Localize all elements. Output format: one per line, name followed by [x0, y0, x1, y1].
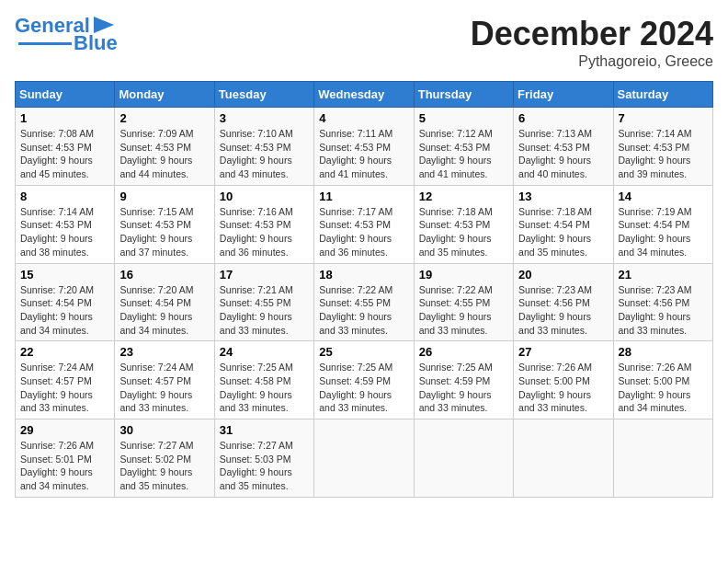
calendar-day-cell: 6Sunrise: 7:13 AM Sunset: 4:53 PM Daylig… — [514, 108, 613, 186]
weekday-header-wednesday: Wednesday — [314, 82, 414, 108]
calendar-day-cell: 28Sunrise: 7:26 AM Sunset: 5:00 PM Dayli… — [613, 341, 712, 419]
calendar-day-cell: 17Sunrise: 7:21 AM Sunset: 4:55 PM Dayli… — [214, 263, 313, 341]
day-info: Sunrise: 7:26 AM Sunset: 5:00 PM Dayligh… — [619, 361, 708, 415]
day-info: Sunrise: 7:14 AM Sunset: 4:53 PM Dayligh… — [20, 205, 109, 259]
weekday-header-row: SundayMondayTuesdayWednesdayThursdayFrid… — [16, 82, 713, 108]
day-number: 25 — [319, 345, 408, 359]
calendar-day-cell: 24Sunrise: 7:25 AM Sunset: 4:58 PM Dayli… — [214, 341, 313, 419]
day-number: 7 — [619, 111, 708, 125]
day-info: Sunrise: 7:22 AM Sunset: 4:55 PM Dayligh… — [419, 283, 508, 338]
day-info: Sunrise: 7:26 AM Sunset: 5:00 PM Dayligh… — [518, 361, 608, 415]
day-info: Sunrise: 7:17 AM Sunset: 4:53 PM Dayligh… — [319, 205, 408, 259]
day-info: Sunrise: 7:23 AM Sunset: 4:56 PM Dayligh… — [619, 283, 708, 338]
day-info: Sunrise: 7:24 AM Sunset: 4:57 PM Dayligh… — [20, 361, 109, 415]
calendar-day-cell: 15Sunrise: 7:20 AM Sunset: 4:54 PM Dayli… — [16, 263, 115, 341]
day-number: 21 — [619, 268, 708, 282]
calendar-day-cell: 22Sunrise: 7:24 AM Sunset: 4:57 PM Dayli… — [16, 341, 115, 419]
day-number: 17 — [220, 268, 309, 282]
day-info: Sunrise: 7:08 AM Sunset: 4:53 PM Dayligh… — [20, 127, 109, 181]
day-info: Sunrise: 7:25 AM Sunset: 4:59 PM Dayligh… — [319, 361, 408, 415]
calendar-day-cell: 16Sunrise: 7:20 AM Sunset: 4:54 PM Dayli… — [115, 263, 214, 341]
day-info: Sunrise: 7:20 AM Sunset: 4:54 PM Dayligh… — [119, 283, 209, 338]
calendar-day-cell: 25Sunrise: 7:25 AM Sunset: 4:59 PM Dayli… — [314, 341, 414, 419]
day-info: Sunrise: 7:10 AM Sunset: 4:53 PM Dayligh… — [220, 127, 309, 181]
day-number: 12 — [419, 190, 508, 203]
calendar-day-cell: 7Sunrise: 7:14 AM Sunset: 4:53 PM Daylig… — [613, 108, 712, 186]
empty-cell — [414, 419, 513, 498]
calendar-day-cell: 4Sunrise: 7:11 AM Sunset: 4:53 PM Daylig… — [314, 108, 414, 186]
day-info: Sunrise: 7:20 AM Sunset: 4:54 PM Dayligh… — [20, 283, 109, 338]
day-number: 22 — [20, 345, 109, 359]
day-info: Sunrise: 7:14 AM Sunset: 4:53 PM Dayligh… — [619, 127, 708, 181]
calendar-day-cell: 26Sunrise: 7:25 AM Sunset: 4:59 PM Dayli… — [414, 341, 513, 419]
month-title: December 2024 — [471, 15, 713, 53]
calendar-week-row: 1Sunrise: 7:08 AM Sunset: 4:53 PM Daylig… — [16, 108, 713, 186]
calendar-day-cell: 14Sunrise: 7:19 AM Sunset: 4:54 PM Dayli… — [613, 185, 712, 263]
empty-cell — [514, 419, 613, 498]
day-info: Sunrise: 7:16 AM Sunset: 4:53 PM Dayligh… — [220, 205, 309, 259]
day-number: 10 — [220, 190, 309, 203]
day-number: 14 — [619, 190, 708, 203]
calendar-day-cell: 21Sunrise: 7:23 AM Sunset: 4:56 PM Dayli… — [613, 263, 712, 341]
calendar-day-cell: 5Sunrise: 7:12 AM Sunset: 4:53 PM Daylig… — [414, 108, 513, 186]
day-info: Sunrise: 7:27 AM Sunset: 5:03 PM Dayligh… — [220, 439, 309, 493]
calendar-day-cell: 13Sunrise: 7:18 AM Sunset: 4:54 PM Dayli… — [514, 185, 613, 263]
day-info: Sunrise: 7:18 AM Sunset: 4:53 PM Dayligh… — [419, 205, 508, 259]
day-number: 19 — [419, 268, 508, 282]
calendar-day-cell: 23Sunrise: 7:24 AM Sunset: 4:57 PM Dayli… — [115, 341, 214, 419]
location: Pythagoreio, Greece — [471, 53, 713, 70]
calendar-day-cell: 29Sunrise: 7:26 AM Sunset: 5:01 PM Dayli… — [16, 419, 115, 498]
day-info: Sunrise: 7:24 AM Sunset: 4:57 PM Dayligh… — [119, 361, 209, 415]
day-number: 13 — [518, 190, 608, 203]
day-info: Sunrise: 7:26 AM Sunset: 5:01 PM Dayligh… — [20, 439, 109, 493]
calendar-day-cell: 19Sunrise: 7:22 AM Sunset: 4:55 PM Dayli… — [414, 263, 513, 341]
day-info: Sunrise: 7:09 AM Sunset: 4:53 PM Dayligh… — [119, 127, 209, 181]
day-number: 8 — [20, 190, 109, 203]
day-info: Sunrise: 7:12 AM Sunset: 4:53 PM Dayligh… — [419, 127, 508, 181]
day-number: 6 — [518, 111, 608, 125]
day-info: Sunrise: 7:18 AM Sunset: 4:54 PM Dayligh… — [518, 205, 608, 259]
calendar-week-row: 29Sunrise: 7:26 AM Sunset: 5:01 PM Dayli… — [16, 419, 713, 498]
day-number: 18 — [319, 268, 408, 282]
calendar-week-row: 8Sunrise: 7:14 AM Sunset: 4:53 PM Daylig… — [16, 185, 713, 263]
title-area: December 2024 Pythagoreio, Greece — [471, 15, 713, 70]
calendar-day-cell: 8Sunrise: 7:14 AM Sunset: 4:53 PM Daylig… — [16, 185, 115, 263]
day-number: 26 — [419, 345, 508, 359]
calendar-day-cell: 3Sunrise: 7:10 AM Sunset: 4:53 PM Daylig… — [214, 108, 313, 186]
calendar-table: SundayMondayTuesdayWednesdayThursdayFrid… — [15, 81, 713, 498]
day-info: Sunrise: 7:11 AM Sunset: 4:53 PM Dayligh… — [319, 127, 408, 181]
day-number: 15 — [20, 268, 109, 282]
calendar-day-cell: 12Sunrise: 7:18 AM Sunset: 4:53 PM Dayli… — [414, 185, 513, 263]
logo-text2: Blue — [74, 33, 118, 53]
day-number: 5 — [419, 111, 508, 125]
day-number: 16 — [119, 268, 209, 282]
day-number: 27 — [518, 345, 608, 359]
weekday-header-saturday: Saturday — [613, 82, 712, 108]
calendar-day-cell: 31Sunrise: 7:27 AM Sunset: 5:03 PM Dayli… — [214, 419, 313, 498]
calendar-day-cell: 1Sunrise: 7:08 AM Sunset: 4:53 PM Daylig… — [16, 108, 115, 186]
day-info: Sunrise: 7:23 AM Sunset: 4:56 PM Dayligh… — [518, 283, 608, 338]
calendar-week-row: 15Sunrise: 7:20 AM Sunset: 4:54 PM Dayli… — [16, 263, 713, 341]
calendar-day-cell: 18Sunrise: 7:22 AM Sunset: 4:55 PM Dayli… — [314, 263, 414, 341]
calendar-day-cell: 9Sunrise: 7:15 AM Sunset: 4:53 PM Daylig… — [115, 185, 214, 263]
weekday-header-monday: Monday — [115, 82, 214, 108]
day-info: Sunrise: 7:25 AM Sunset: 4:59 PM Dayligh… — [419, 361, 508, 415]
day-number: 4 — [319, 111, 408, 125]
day-number: 29 — [20, 423, 109, 437]
calendar-day-cell: 30Sunrise: 7:27 AM Sunset: 5:02 PM Dayli… — [115, 419, 214, 498]
empty-cell — [613, 419, 712, 498]
day-info: Sunrise: 7:19 AM Sunset: 4:54 PM Dayligh… — [619, 205, 708, 259]
weekday-header-friday: Friday — [514, 82, 613, 108]
calendar-day-cell: 2Sunrise: 7:09 AM Sunset: 4:53 PM Daylig… — [115, 108, 214, 186]
calendar-day-cell: 10Sunrise: 7:16 AM Sunset: 4:53 PM Dayli… — [214, 185, 313, 263]
day-number: 24 — [220, 345, 309, 359]
day-number: 2 — [119, 111, 209, 125]
day-number: 20 — [518, 268, 608, 282]
empty-cell — [314, 419, 414, 498]
day-number: 23 — [119, 345, 209, 359]
weekday-header-sunday: Sunday — [16, 82, 115, 108]
weekday-header-tuesday: Tuesday — [214, 82, 313, 108]
day-number: 9 — [119, 190, 209, 203]
day-info: Sunrise: 7:15 AM Sunset: 4:53 PM Dayligh… — [119, 205, 209, 259]
day-info: Sunrise: 7:25 AM Sunset: 4:58 PM Dayligh… — [220, 361, 309, 415]
